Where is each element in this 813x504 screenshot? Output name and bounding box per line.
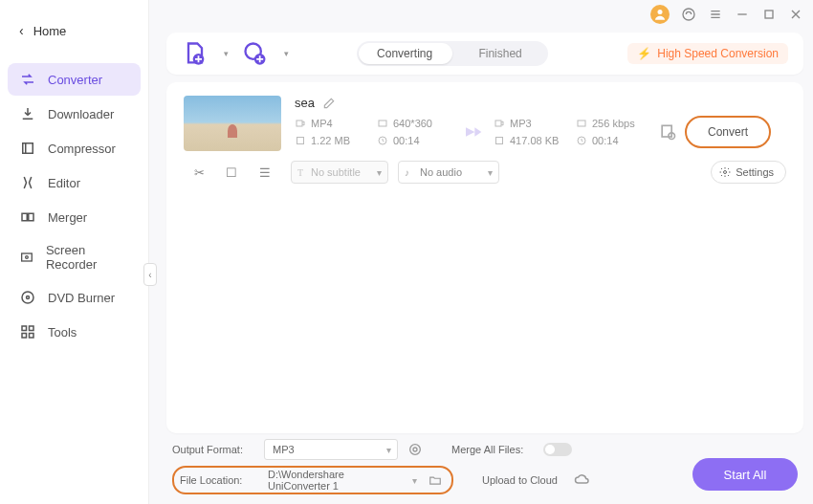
svg-point-28 — [413, 448, 417, 451]
cloud-icon[interactable] — [574, 471, 591, 489]
screen-recorder-icon — [19, 249, 34, 266]
sidebar-item-label: DVD Burner — [48, 291, 115, 305]
sidebar-item-editor[interactable]: Editor — [8, 166, 141, 199]
converter-icon — [19, 71, 36, 88]
add-url-button[interactable] — [242, 40, 269, 67]
file-location-label: File Location: — [180, 474, 254, 486]
output-settings-icon[interactable] — [407, 442, 423, 457]
sidebar-item-label: Downloader — [48, 107, 114, 121]
file-settings-icon[interactable] — [658, 122, 677, 142]
svg-rect-5 — [29, 213, 33, 221]
file-info: sea MP4 640*360 1.22 MB 00:14 — [295, 96, 786, 148]
sidebar-item-converter[interactable]: Converter — [8, 63, 141, 96]
high-speed-badge[interactable]: ⚡ High Speed Conversion — [627, 43, 788, 64]
sidebar: ‹ Home Converter Downloader Compressor E… — [0, 0, 149, 504]
svg-rect-22 — [578, 121, 585, 126]
settings-label: Settings — [736, 166, 774, 178]
dst-duration: 00:14 — [576, 135, 650, 146]
size-icon — [494, 135, 505, 146]
sidebar-item-label: Tools — [48, 325, 77, 340]
home-button[interactable]: ‹ Home — [0, 17, 148, 44]
maximize-icon[interactable] — [761, 7, 777, 22]
svg-rect-17 — [297, 121, 302, 126]
svg-point-7 — [26, 256, 29, 259]
output-format-dropdown[interactable]: MP3 — [264, 439, 398, 460]
svg-rect-13 — [30, 334, 34, 339]
add-file-caret-icon[interactable]: ▾ — [224, 49, 229, 58]
src-resolution: 640*360 — [377, 118, 451, 129]
res-icon — [377, 118, 388, 129]
tab-finished[interactable]: Finished — [452, 47, 548, 60]
downloader-icon — [19, 105, 36, 122]
file-name: sea — [295, 96, 315, 110]
edit-name-icon[interactable] — [322, 97, 336, 110]
convert-button[interactable]: Convert — [685, 116, 771, 148]
sidebar-item-tools[interactable]: Tools — [8, 316, 141, 348]
add-url-caret-icon[interactable]: ▾ — [284, 49, 289, 58]
clock-icon — [576, 135, 587, 146]
svg-rect-11 — [30, 326, 34, 331]
merge-toggle[interactable] — [543, 443, 572, 456]
merge-label: Merge All Files: — [451, 444, 534, 455]
tab-converting[interactable]: Converting — [357, 47, 452, 60]
dst-format: MP3 — [494, 118, 568, 129]
tab-switch: Converting Finished — [357, 41, 548, 66]
sidebar-item-merger[interactable]: Merger — [8, 201, 141, 233]
sidebar-item-screen-recorder[interactable]: Screen Recorder — [8, 235, 141, 279]
svg-rect-23 — [496, 138, 503, 144]
sidebar-item-label: Merger — [48, 210, 87, 225]
editor-icon — [19, 174, 36, 191]
svg-point-0 — [658, 10, 663, 14]
svg-point-27 — [724, 171, 727, 174]
sidebar-item-label: Screen Recorder — [46, 243, 129, 272]
menu-icon[interactable] — [708, 7, 723, 22]
meta-row: MP4 640*360 1.22 MB 00:14 MP3 256 kbps — [295, 116, 786, 148]
svg-rect-10 — [22, 326, 27, 331]
settings-button[interactable]: Settings — [711, 161, 786, 184]
src-size: 1.22 MB — [295, 135, 369, 146]
start-all-button[interactable]: Start All — [692, 458, 798, 491]
svg-rect-3 — [23, 143, 33, 154]
add-file-button[interactable] — [182, 40, 209, 67]
chevron-left-icon: ‹ — [19, 23, 24, 38]
top-toolbar: ▾ ▾ Converting Finished ⚡ High Speed Con… — [166, 33, 803, 75]
compressor-icon — [19, 140, 36, 157]
file-location-highlight: File Location: D:\Wondershare UniConvert… — [172, 466, 453, 494]
video-icon — [295, 118, 306, 129]
size-icon — [295, 135, 306, 146]
minimize-icon[interactable] — [735, 7, 750, 22]
avatar[interactable] — [650, 5, 670, 24]
video-thumbnail[interactable] — [184, 96, 281, 151]
support-icon[interactable] — [681, 7, 696, 22]
svg-point-29 — [410, 445, 421, 455]
folder-icon[interactable] — [428, 473, 442, 487]
sidebar-item-dvd-burner[interactable]: DVD Burner — [8, 281, 141, 314]
svg-rect-21 — [495, 121, 501, 126]
crop-icon[interactable]: ☐ — [226, 165, 237, 180]
svg-point-9 — [27, 296, 30, 299]
dst-size: 417.08 KB — [494, 135, 568, 146]
sidebar-item-label: Compressor — [48, 142, 116, 156]
src-format: MP4 — [295, 118, 369, 129]
dst-bitrate: 256 kbps — [576, 118, 650, 129]
close-icon[interactable] — [788, 7, 803, 22]
svg-rect-18 — [379, 121, 386, 126]
bitrate-icon — [576, 118, 587, 129]
nav-list: Converter Downloader Compressor Editor M… — [0, 63, 148, 348]
footer-bar: Output Format: MP3 Merge All Files: File… — [166, 439, 803, 494]
gear-icon — [719, 166, 731, 178]
clock-icon — [377, 135, 388, 146]
sidebar-item-compressor[interactable]: Compressor — [8, 132, 141, 164]
thumb-tools: ✂ ☐ ☰ — [184, 165, 281, 180]
trim-icon[interactable]: ✂ — [194, 165, 205, 180]
audio-dropdown[interactable]: No audio — [398, 161, 499, 184]
svg-rect-6 — [22, 253, 33, 261]
more-icon[interactable]: ☰ — [259, 165, 271, 180]
dvd-burner-icon — [19, 289, 36, 306]
svg-rect-12 — [22, 334, 27, 339]
subtitle-dropdown[interactable]: No subtitle — [291, 161, 388, 184]
sidebar-item-downloader[interactable]: Downloader — [8, 98, 141, 130]
home-label: Home — [33, 24, 67, 38]
tool-row: ✂ ☐ ☰ No subtitle No audio Settings — [184, 161, 786, 184]
file-location-dropdown[interactable]: D:\Wondershare UniConverter 1 — [260, 470, 423, 491]
